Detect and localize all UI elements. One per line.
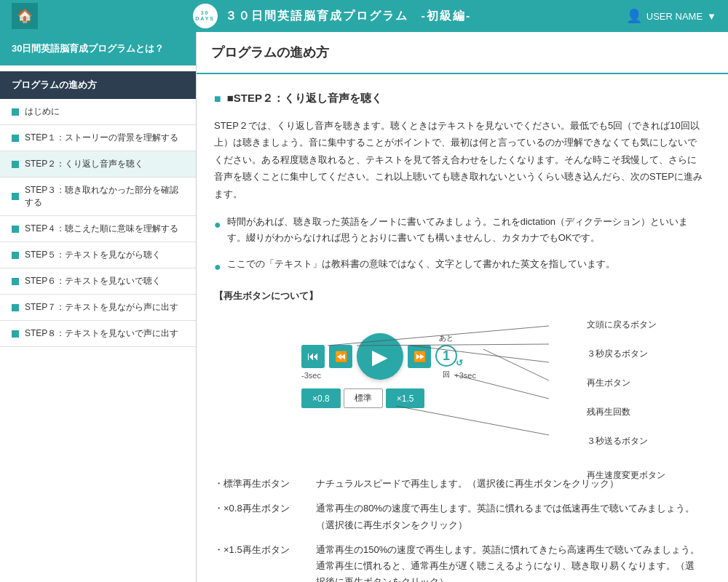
nav-marker-4 — [12, 226, 19, 233]
content-area: ■STEP２：くり返し音声を聴く STEP２では、くり返し音声を聴きます。聴くと… — [197, 74, 721, 582]
nav-marker-3 — [12, 193, 19, 200]
page-title: プログラムの進め方 — [197, 32, 728, 74]
header: 🏠 30 DAYS ３０日間英語脳育成プログラム -初級編- 👤 USER NA… — [0, 0, 728, 32]
sidebar-item-6[interactable]: STEP６：テキストを見ないで聴く — [0, 268, 196, 295]
sidebar-section-title: プログラムの進め方 — [0, 71, 196, 99]
home-button[interactable]: 🏠 — [12, 3, 38, 29]
body-paragraph: STEP２では、くり返し音声を聴きます。聴くときはテキストを見ないでください。最… — [214, 117, 703, 202]
annotations-panel: 文頭に戻るボタン ３秒戻るボタン 再生ボタン 残再生回数 ３秒送るボタン 再生速… — [587, 319, 703, 482]
skip-to-start-button[interactable]: ⏮ — [301, 345, 325, 368]
time-labels: -3sec +3sec — [301, 371, 476, 380]
speed-08-button[interactable]: ×0.8 — [301, 388, 341, 408]
speed-standard-button[interactable]: 標準 — [344, 388, 383, 408]
svg-line-5 — [396, 406, 549, 435]
title-area: 30 DAYS ３０日間英語脳育成プログラム -初級編- — [193, 4, 472, 28]
sidebar: 30日間英語脳育成プログラムとは？ プログラムの進め方 はじめにSTEP１：スト… — [0, 32, 197, 582]
sidebar-nav: はじめにSTEP１：ストーリーの背景を理解するSTEP２：くり返し音声を聴くST… — [0, 99, 196, 582]
sidebar-top-title: 30日間英語脳育成プログラムとは？ — [0, 32, 196, 65]
speed-buttons: ×0.8 標準 ×1.5 — [301, 388, 424, 408]
dropdown-icon: ▼ — [707, 11, 716, 22]
bracket-label: 【再生ボタンについて】 — [214, 290, 703, 303]
sidebar-item-2[interactable]: STEP２：くり返し音声を聴く — [0, 151, 196, 178]
nav-label-8: STEP８：テキストを見ないで声に出す — [25, 327, 178, 340]
minus-3sec-label: -3sec — [301, 371, 321, 380]
sidebar-item-4[interactable]: STEP４：聴こえた順に意味を理解する — [0, 216, 196, 242]
rewind-button[interactable]: ⏪ — [329, 345, 352, 368]
counter-display: 1 ↺ — [435, 345, 457, 367]
sidebar-item-0[interactable]: はじめに — [0, 99, 196, 125]
nav-label-7: STEP７：テキストを見ながら声に出す — [25, 301, 178, 314]
nav-label-1: STEP１：ストーリーの背景を理解する — [25, 132, 178, 144]
bullet-dot-2: ● — [214, 257, 221, 276]
step-heading: ■STEP２：くり返し音声を聴く — [214, 92, 703, 105]
sidebar-item-8[interactable]: STEP８：テキストを見ないで声に出す — [0, 321, 196, 347]
sidebar-item-1[interactable]: STEP１：ストーリーの背景を理解する — [0, 125, 196, 151]
description-table: ・標準再生ボタンナチュラルスピードで再生します。（選択後に再生ボタンをクリック）… — [214, 476, 703, 582]
nav-label-3: STEP３：聴き取れなかった部分を確認する — [25, 184, 184, 209]
sidebar-item-3[interactable]: STEP３：聴き取れなかった部分を確認する — [0, 178, 196, 216]
forward-button[interactable]: ⏩ — [408, 345, 431, 368]
nav-marker-0 — [12, 108, 19, 116]
bullet-text-1: 時間があれば、聴き取った英語をノートに書いてみましょう。これをdictation… — [227, 214, 703, 246]
user-menu[interactable]: 👤 USER NAME ▼ — [626, 8, 716, 24]
nav-marker-7 — [12, 304, 19, 311]
main-content: プログラムの進め方 ■STEP２：くり返し音声を聴く STEP２では、くり返し音… — [197, 32, 728, 582]
bullet-dot-1: ● — [214, 215, 221, 246]
counter-sub-label: あと — [439, 333, 454, 343]
user-name-label: USER NAME — [646, 11, 703, 22]
logo-icon: 30 DAYS — [193, 4, 218, 28]
sidebar-item-7[interactable]: STEP７：テキストを見ながら声に出す — [0, 295, 196, 321]
desc-row-1: ・×0.8再生ボタン通常再生の80%の速度で再生します。英語に慣れるまでは低速再… — [214, 501, 703, 533]
desc-key-0: ・標準再生ボタン — [214, 476, 301, 492]
desc-val-2: 通常再生の150%の速度で再生します。英語に慣れてきたら高速再生で聴いてみましょ… — [316, 542, 703, 582]
anno-counter: 残再生回数 — [587, 406, 703, 418]
nav-label-2: STEP２：くり返し音声を聴く — [25, 158, 143, 170]
nav-label-6: STEP６：テキストを見ないで聴く — [25, 275, 161, 287]
nav-marker-8 — [12, 330, 19, 338]
anno-play: 再生ボタン — [587, 377, 703, 389]
plus-3sec-label: +3sec — [454, 371, 476, 380]
desc-row-2: ・×1.5再生ボタン通常再生の150%の速度で再生します。英語に慣れてきたら高速… — [214, 542, 703, 582]
svg-line-3 — [483, 349, 549, 380]
anno-speed-change: 再生速度変更ボタン — [587, 469, 703, 482]
nav-label-5: STEP５：テキストを見ながら聴く — [25, 249, 161, 261]
player-diagram: ⏮ ⏪ ▶ ⏩ あと 1 ↺ 回 -3se — [214, 311, 703, 464]
bullet-item-2: ● ここでの「テキスト」は教科書の意味ではなく、文字として書かれた英文を指してい… — [214, 256, 703, 276]
desc-key-2: ・×1.5再生ボタン — [214, 542, 301, 558]
speed-15-button[interactable]: ×1.5 — [386, 388, 425, 408]
bullet-text-2: ここでの「テキスト」は教科書の意味ではなく、文字として書かれた英文を指しています… — [227, 256, 615, 276]
user-icon: 👤 — [626, 8, 642, 24]
nav-marker-5 — [12, 252, 19, 259]
nav-label-4: STEP４：聴こえた順に意味を理解する — [25, 223, 178, 235]
nav-label-0: はじめに — [25, 105, 60, 118]
anno-top-to-head: 文頭に戻るボタン — [587, 319, 703, 331]
anno-rewind-3s: ３秒戻るボタン — [587, 348, 703, 360]
desc-val-1: 通常再生の80%の速度で再生します。英語に慣れるまでは低速再生で聴いてみましょう… — [316, 501, 703, 533]
bullet-item-1: ● 時間があれば、聴き取った英語をノートに書いてみましょう。これをdictati… — [214, 214, 703, 246]
anno-forward-3s: ３秒送るボタン — [587, 435, 703, 447]
nav-marker-1 — [12, 135, 19, 142]
nav-marker-6 — [12, 278, 19, 285]
header-title: ３０日間英語脳育成プログラム -初級編- — [225, 9, 472, 24]
desc-key-1: ・×0.8再生ボタン — [214, 501, 301, 517]
sidebar-item-5[interactable]: STEP５：テキストを見ながら聴く — [0, 242, 196, 268]
nav-marker-2 — [12, 161, 19, 168]
